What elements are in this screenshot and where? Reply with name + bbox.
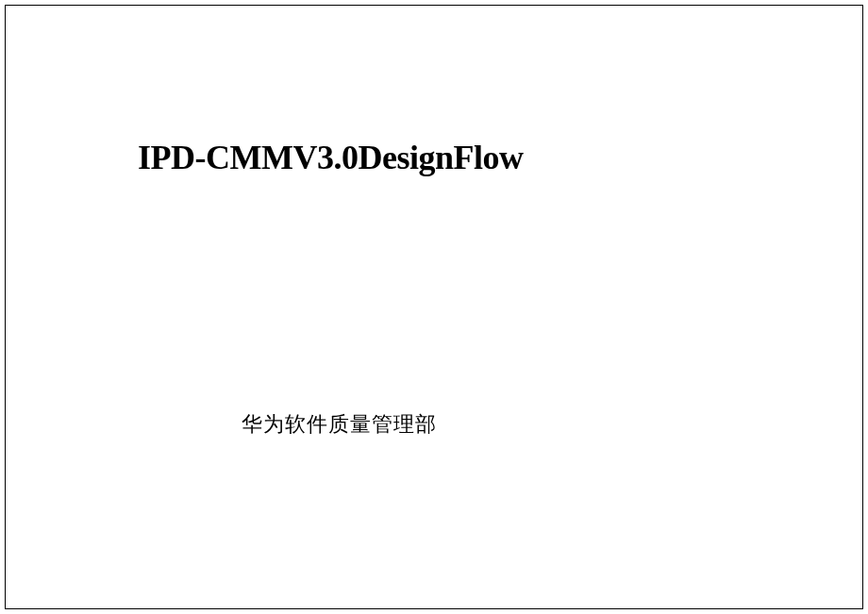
document-subtitle: 华为软件质量管理部 bbox=[242, 410, 437, 439]
document-title: IPD-CMMV3.0DesignFlow bbox=[138, 138, 523, 177]
page-frame: IPD-CMMV3.0DesignFlow 华为软件质量管理部 bbox=[5, 5, 863, 609]
